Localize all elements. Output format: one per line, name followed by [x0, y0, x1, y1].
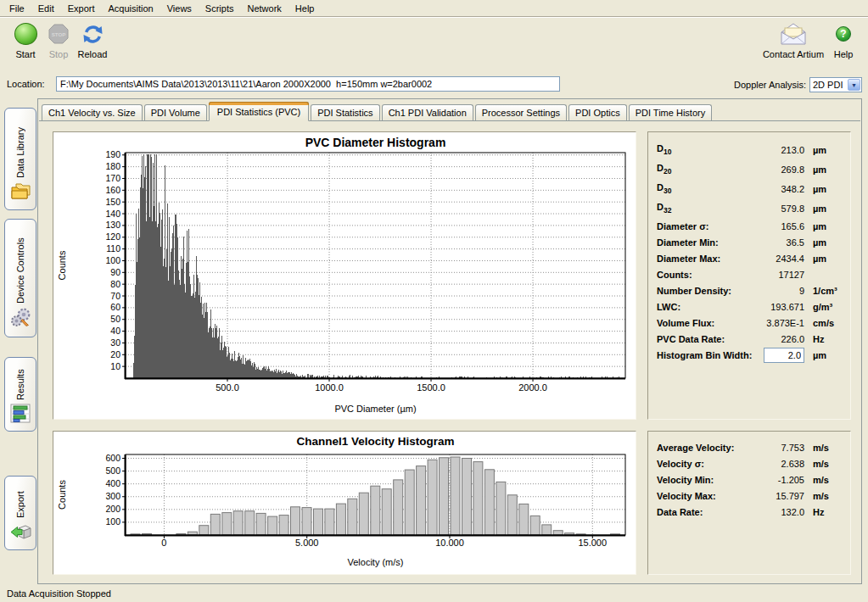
stat-value: 9 — [743, 286, 804, 296]
sidebar-item-results[interactable]: Results — [4, 357, 36, 432]
tab-label: PDI Optics — [575, 108, 620, 118]
reload-button[interactable]: Reload — [73, 22, 112, 59]
stat-value: 2.638 — [743, 459, 804, 469]
stat-unit: µm — [804, 203, 842, 214]
menu-item-scripts[interactable]: Scripts — [199, 1, 241, 16]
stat-row-lwc: LWC:193.671g/m³ — [657, 298, 842, 315]
stat-unit: cm/s — [804, 318, 842, 328]
tab-label: Processor Settings — [482, 108, 560, 118]
tab-pdi-volume[interactable]: PDI Volume — [144, 104, 207, 120]
toolbar: Start STOP Stop Reload — [0, 19, 868, 71]
stat-row-histogram-bin-width: Histogram Bin Width:µm — [657, 347, 842, 363]
menu-item-acquisition[interactable]: Acquisition — [102, 1, 160, 16]
stat-row-counts: Counts:17127 — [657, 266, 842, 282]
tab-label: Ch1 Velocity vs. Size — [48, 108, 136, 118]
stat-label: Data Rate: — [657, 507, 703, 517]
tab-processor-settings[interactable]: Processor Settings — [475, 104, 567, 120]
svg-text:90: 90 — [110, 267, 120, 277]
doppler-analysis-label: Doppler Analysis: — [734, 80, 806, 90]
svg-text:180: 180 — [105, 161, 120, 171]
stat-row-data-rate: Data Rate:132.0Hz — [657, 504, 842, 520]
stat-label: Number Density: — [657, 286, 731, 296]
stat-label-subscript: 32 — [664, 206, 671, 215]
tab-pdi-time-history[interactable]: PDI Time History — [629, 104, 713, 120]
svg-text:30: 30 — [110, 337, 120, 348]
stat-value: 36.5 — [743, 237, 804, 248]
svg-text:20: 20 — [110, 349, 120, 360]
tab-ch1-velocity-vs-size[interactable]: Ch1 Velocity vs. Size — [42, 104, 143, 120]
menu-item-help[interactable]: Help — [288, 1, 322, 16]
velocity-histogram-chart: 05.00010.00015.000100200300400500600Chan… — [53, 432, 636, 574]
tab-page-pdi-statistics-pvc: 500.01000.01500.02000.010203040506070809… — [39, 120, 860, 582]
status-text: Data Acquisition Stopped — [7, 588, 111, 599]
stat-label-subscript: 30 — [664, 187, 671, 195]
stat-label: D — [657, 202, 664, 212]
svg-text:80: 80 — [110, 279, 120, 289]
stat-label: Counts: — [657, 270, 692, 280]
stat-row-volume-flux: Volume Flux:3.873E-1cm/s — [657, 315, 842, 331]
contact-artium-button[interactable]: Contact Artium — [759, 22, 827, 59]
svg-text:140: 140 — [105, 209, 120, 219]
stat-row-number-density: Number Density:91/cm³ — [657, 282, 842, 298]
svg-text:190: 190 — [105, 149, 120, 159]
diameter-stats-panel: D10213.0µmD20269.8µmD30348.2µmD32579.8µm… — [647, 131, 851, 420]
sidebar-item-data-library[interactable]: Data Library — [4, 108, 36, 210]
stat-label: PVC Data Rate: — [657, 334, 725, 344]
svg-text:100: 100 — [105, 516, 120, 527]
svg-text:Counts: Counts — [57, 250, 67, 280]
tab-label: PDI Time History — [636, 108, 706, 118]
stop-icon: STOP — [48, 23, 70, 45]
start-button[interactable]: Start — [7, 22, 44, 59]
help-button[interactable]: ? Help — [828, 22, 859, 59]
stat-unit: Hz — [804, 334, 842, 344]
svg-text:110: 110 — [106, 243, 120, 254]
stat-label: Volume Flux: — [657, 318, 714, 328]
bar-chart-icon — [10, 404, 31, 425]
doppler-analysis-select[interactable]: 2D PDI ▼ — [809, 77, 862, 92]
svg-text:STOP: STOP — [52, 31, 66, 37]
stat-row-velocity-max: Velocity Max:15.797m/s — [657, 488, 842, 504]
svg-text:Counts: Counts — [57, 480, 67, 510]
location-label: Location: — [7, 79, 45, 89]
stat-value: 15.797 — [743, 491, 804, 501]
stat-label: Diameter Min: — [657, 237, 719, 248]
doppler-analysis-value: 2D PDI — [813, 80, 843, 90]
tab-ch1-pdi-validation[interactable]: Ch1 PDI Validation — [382, 104, 473, 120]
tab-pdi-statistics-pvc[interactable]: PDI Statistics (PVC) — [209, 102, 309, 121]
gears-icon — [9, 307, 31, 331]
tab-pdi-statistics[interactable]: PDI Statistics — [311, 104, 379, 120]
start-button-label: Start — [7, 49, 44, 59]
menu-item-network[interactable]: Network — [240, 1, 288, 16]
stat-label: Diameter Max: — [657, 254, 720, 264]
stat-unit: Hz — [804, 507, 842, 517]
svg-text:Channel1 Velocity Histogram: Channel1 Velocity Histogram — [296, 435, 454, 448]
stat-row-pvc-data-rate: PVC Data Rate:226.0Hz — [657, 331, 842, 347]
stat-row-d30: D30348.2µm — [657, 179, 842, 198]
sidebar-item-label: Export — [15, 477, 25, 521]
sidebar-item-device-controls[interactable]: Device Controls — [4, 219, 36, 337]
sidebar-item-export[interactable]: Export — [4, 476, 36, 550]
stat-label-subscript: 10 — [664, 148, 671, 156]
folders-icon — [9, 181, 31, 203]
svg-text:15.000: 15.000 — [578, 538, 607, 548]
envelope-icon — [778, 22, 809, 46]
svg-text:10: 10 — [110, 361, 120, 371]
menu-item-edit[interactable]: Edit — [31, 1, 61, 16]
main-frame: Ch1 Velocity vs. SizePDI VolumePDI Stati… — [37, 98, 862, 584]
status-bar: Data Acquisition Stopped — [0, 585, 868, 602]
histogram-bin-width-input[interactable] — [764, 348, 804, 363]
stat-value: 579.8 — [743, 203, 804, 214]
sidebar-item-label: Results — [15, 358, 25, 404]
svg-text:200: 200 — [105, 504, 120, 514]
stat-label: LWC: — [657, 302, 680, 312]
reload-button-label: Reload — [73, 49, 112, 59]
menu-item-file[interactable]: File — [3, 1, 31, 16]
location-input[interactable] — [56, 76, 560, 92]
menu-item-views[interactable]: Views — [160, 1, 199, 16]
stat-label: D — [657, 143, 664, 153]
stat-unit: µm — [804, 184, 842, 194]
menu-item-export[interactable]: Export — [61, 1, 102, 16]
tab-pdi-optics[interactable]: PDI Optics — [568, 104, 627, 120]
stat-value: 213.0 — [743, 145, 804, 155]
chevron-down-icon[interactable]: ▼ — [848, 79, 860, 91]
